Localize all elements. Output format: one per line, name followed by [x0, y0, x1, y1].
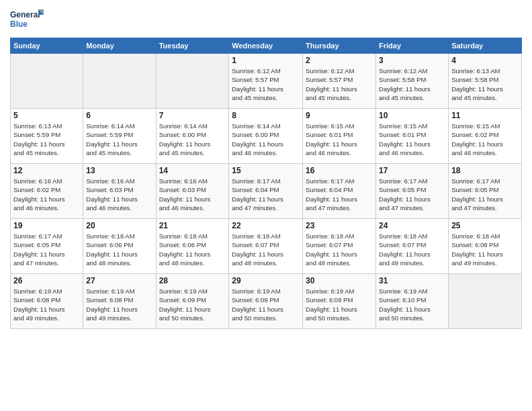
day-info: Sunrise: 6:18 AMSunset: 6:06 PMDaylight:… [86, 232, 152, 267]
calendar-cell: 17Sunrise: 6:17 AMSunset: 6:05 PMDayligh… [376, 164, 449, 219]
calendar-cell: 28Sunrise: 6:19 AMSunset: 6:09 PMDayligh… [156, 274, 229, 329]
day-number: 23 [306, 221, 373, 230]
calendar-cell: 30Sunrise: 6:19 AMSunset: 6:09 PMDayligh… [303, 274, 376, 329]
calendar-cell [449, 274, 522, 329]
day-info: Sunrise: 6:13 AMSunset: 5:59 PMDaylight:… [13, 122, 80, 157]
svg-text:General: General [10, 10, 40, 19]
day-number: 30 [306, 276, 373, 285]
week-row-2: 5Sunrise: 6:13 AMSunset: 5:59 PMDaylight… [11, 109, 522, 164]
day-number: 14 [159, 166, 226, 175]
day-info: Sunrise: 6:19 AMSunset: 6:09 PMDaylight:… [232, 287, 300, 322]
calendar-cell: 1Sunrise: 6:12 AMSunset: 5:57 PMDaylight… [229, 54, 303, 109]
calendar-cell: 9Sunrise: 6:15 AMSunset: 6:01 PMDaylight… [303, 109, 376, 164]
day-info: Sunrise: 6:19 AMSunset: 6:09 PMDaylight:… [159, 287, 226, 322]
day-number: 19 [13, 221, 80, 230]
day-info: Sunrise: 6:18 AMSunset: 6:07 PMDaylight:… [379, 232, 445, 267]
day-info: Sunrise: 6:17 AMSunset: 6:04 PMDaylight:… [232, 177, 300, 212]
svg-text:Blue: Blue [10, 19, 28, 29]
calendar-cell: 31Sunrise: 6:19 AMSunset: 6:10 PMDayligh… [376, 274, 449, 329]
day-number: 24 [379, 221, 445, 230]
calendar-cell: 27Sunrise: 6:19 AMSunset: 6:08 PMDayligh… [83, 274, 156, 329]
day-info: Sunrise: 6:12 AMSunset: 5:57 PMDaylight:… [232, 66, 300, 102]
day-info: Sunrise: 6:17 AMSunset: 6:05 PMDaylight:… [13, 232, 80, 267]
calendar-cell: 20Sunrise: 6:18 AMSunset: 6:06 PMDayligh… [83, 219, 156, 274]
calendar-cell: 21Sunrise: 6:18 AMSunset: 6:06 PMDayligh… [156, 219, 229, 274]
day-info: Sunrise: 6:17 AMSunset: 6:04 PMDaylight:… [306, 177, 373, 212]
calendar-cell: 16Sunrise: 6:17 AMSunset: 6:04 PMDayligh… [303, 164, 376, 219]
calendar-cell: 5Sunrise: 6:13 AMSunset: 5:59 PMDaylight… [11, 109, 83, 164]
day-number: 15 [232, 166, 300, 175]
calendar-cell [83, 54, 156, 109]
day-number: 5 [13, 111, 80, 120]
calendar-cell: 23Sunrise: 6:18 AMSunset: 6:07 PMDayligh… [303, 219, 376, 274]
calendar-cell: 18Sunrise: 6:17 AMSunset: 6:05 PMDayligh… [449, 164, 522, 219]
day-info: Sunrise: 6:18 AMSunset: 6:07 PMDaylight:… [232, 232, 300, 267]
day-info: Sunrise: 6:19 AMSunset: 6:08 PMDaylight:… [86, 287, 152, 322]
day-number: 22 [232, 221, 300, 230]
calendar-cell [156, 54, 229, 109]
day-number: 17 [379, 166, 445, 175]
day-info: Sunrise: 6:18 AMSunset: 6:06 PMDaylight:… [159, 232, 226, 267]
day-info: Sunrise: 6:16 AMSunset: 6:02 PMDaylight:… [13, 177, 80, 212]
day-info: Sunrise: 6:19 AMSunset: 6:08 PMDaylight:… [13, 287, 80, 322]
calendar-cell: 8Sunrise: 6:14 AMSunset: 6:00 PMDaylight… [229, 109, 303, 164]
day-number: 20 [86, 221, 152, 230]
calendar-cell: 26Sunrise: 6:19 AMSunset: 6:08 PMDayligh… [11, 274, 83, 329]
calendar-cell: 24Sunrise: 6:18 AMSunset: 6:07 PMDayligh… [376, 219, 449, 274]
calendar-cell: 22Sunrise: 6:18 AMSunset: 6:07 PMDayligh… [229, 219, 303, 274]
week-row-3: 12Sunrise: 6:16 AMSunset: 6:02 PMDayligh… [11, 164, 522, 219]
day-info: Sunrise: 6:19 AMSunset: 6:09 PMDaylight:… [306, 287, 373, 322]
day-info: Sunrise: 6:18 AMSunset: 6:08 PMDaylight:… [451, 232, 519, 267]
calendar-page: General Blue SundayMondayTuesdayWednesda… [0, 0, 532, 411]
day-number: 25 [451, 221, 519, 230]
day-number: 4 [451, 56, 519, 65]
calendar-cell: 7Sunrise: 6:14 AMSunset: 6:00 PMDaylight… [156, 109, 229, 164]
day-number: 12 [13, 166, 80, 175]
page-header: General Blue [10, 7, 522, 32]
calendar-cell: 29Sunrise: 6:19 AMSunset: 6:09 PMDayligh… [229, 274, 303, 329]
day-info: Sunrise: 6:15 AMSunset: 6:01 PMDaylight:… [306, 122, 373, 157]
day-number: 6 [86, 111, 152, 120]
week-row-4: 19Sunrise: 6:17 AMSunset: 6:05 PMDayligh… [11, 219, 522, 274]
weekday-header-tuesday: Tuesday [156, 38, 229, 54]
calendar-cell: 6Sunrise: 6:14 AMSunset: 5:59 PMDaylight… [83, 109, 156, 164]
weekday-header-friday: Friday [376, 38, 449, 54]
day-info: Sunrise: 6:19 AMSunset: 6:10 PMDaylight:… [379, 287, 445, 322]
calendar-cell: 10Sunrise: 6:15 AMSunset: 6:01 PMDayligh… [376, 109, 449, 164]
day-number: 11 [451, 111, 519, 120]
day-number: 21 [159, 221, 226, 230]
day-info: Sunrise: 6:13 AMSunset: 5:58 PMDaylight:… [451, 66, 519, 102]
day-number: 3 [379, 56, 445, 65]
calendar-cell: 4Sunrise: 6:13 AMSunset: 5:58 PMDaylight… [449, 54, 522, 109]
day-info: Sunrise: 6:14 AMSunset: 6:00 PMDaylight:… [159, 122, 226, 157]
day-info: Sunrise: 6:16 AMSunset: 6:03 PMDaylight:… [159, 177, 226, 212]
week-row-5: 26Sunrise: 6:19 AMSunset: 6:08 PMDayligh… [11, 274, 522, 329]
day-number: 26 [13, 276, 80, 285]
weekday-header-thursday: Thursday [303, 38, 376, 54]
day-number: 10 [379, 111, 445, 120]
day-number: 7 [159, 111, 226, 120]
day-info: Sunrise: 6:14 AMSunset: 6:00 PMDaylight:… [232, 122, 300, 157]
calendar-cell: 3Sunrise: 6:12 AMSunset: 5:58 PMDaylight… [376, 54, 449, 109]
day-number: 18 [451, 166, 519, 175]
weekday-header-sunday: Sunday [11, 38, 83, 54]
logo: General Blue [10, 7, 47, 32]
day-number: 27 [86, 276, 152, 285]
day-number: 31 [379, 276, 445, 285]
calendar-cell: 2Sunrise: 6:12 AMSunset: 5:57 PMDaylight… [303, 54, 376, 109]
day-number: 9 [306, 111, 373, 120]
day-number: 8 [232, 111, 300, 120]
day-number: 29 [232, 276, 300, 285]
weekday-header-monday: Monday [83, 38, 156, 54]
calendar-table: SundayMondayTuesdayWednesdayThursdayFrid… [10, 38, 522, 329]
weekday-header-row: SundayMondayTuesdayWednesdayThursdayFrid… [11, 38, 522, 54]
day-info: Sunrise: 6:18 AMSunset: 6:07 PMDaylight:… [306, 232, 373, 267]
calendar-cell: 11Sunrise: 6:15 AMSunset: 6:02 PMDayligh… [449, 109, 522, 164]
day-number: 1 [232, 56, 300, 65]
day-info: Sunrise: 6:14 AMSunset: 5:59 PMDaylight:… [86, 122, 152, 157]
calendar-cell: 14Sunrise: 6:16 AMSunset: 6:03 PMDayligh… [156, 164, 229, 219]
logo-svg: General Blue [10, 7, 47, 32]
day-info: Sunrise: 6:17 AMSunset: 6:05 PMDaylight:… [451, 177, 519, 212]
day-info: Sunrise: 6:16 AMSunset: 6:03 PMDaylight:… [86, 177, 152, 212]
day-number: 28 [159, 276, 226, 285]
